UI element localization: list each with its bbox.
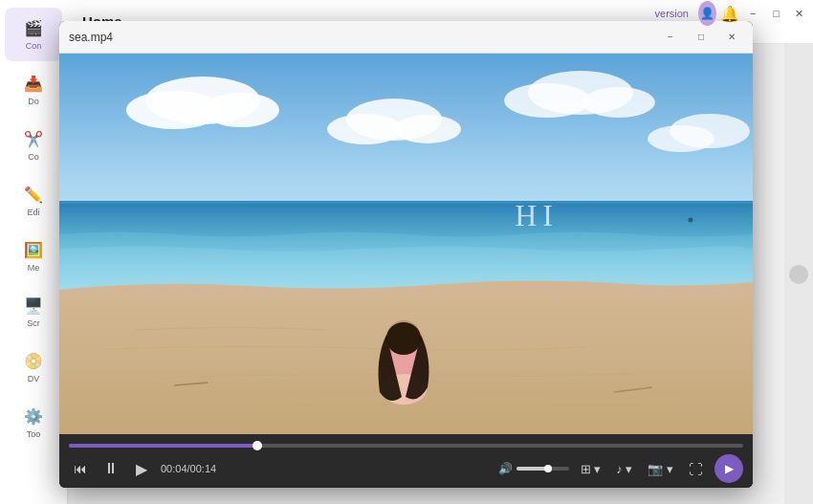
sidebar-item-compress[interactable]: ✂️ Co: [5, 119, 62, 172]
video-maximize-button[interactable]: □: [690, 26, 713, 49]
sidebar-item-toolbox[interactable]: ⚙️ Too: [5, 396, 62, 449]
sidebar-icon-edit: ✏️: [23, 185, 44, 206]
sidebar-icon-media: 🖼️: [23, 240, 44, 261]
app-window-controls: 👤 🔔 − □ ✕: [698, 0, 813, 27]
video-minimize-button[interactable]: −: [659, 26, 682, 49]
svg-point-9: [582, 87, 655, 118]
progress-fill: [69, 444, 257, 448]
sidebar-item-dvd[interactable]: 📀 DV: [5, 340, 62, 394]
sidebar-item-download[interactable]: 📥 Do: [5, 63, 62, 117]
sidebar-item-screen[interactable]: 🖥️ Scr: [5, 285, 62, 339]
video-titlebar: sea.mp4 − □ ✕: [59, 21, 753, 54]
app-maximize-button[interactable]: □: [766, 0, 785, 27]
volume-fill: [516, 467, 548, 471]
playback-controls-row: ⏮ ⏸ ▶ 00:04/00:14 🔊 ⊞ ▾ ♪ ▾ 📷 ▾: [69, 453, 743, 484]
action-button[interactable]: ▶: [714, 454, 743, 483]
sidebar-icon-compress: ✂️: [23, 129, 44, 150]
profile-avatar[interactable]: 👤: [698, 1, 716, 26]
sidebar-label-media: Me: [28, 264, 40, 274]
sidebar-icon-toolbox: ⚙️: [23, 406, 44, 427]
volume-icon: 🔊: [498, 462, 513, 475]
notification-icon[interactable]: 🔔: [720, 4, 739, 23]
progress-row: [69, 438, 743, 453]
video-title: sea.mp4: [69, 31, 651, 44]
svg-point-3: [203, 93, 279, 127]
volume-track[interactable]: [516, 467, 569, 471]
svg-point-21: [387, 328, 420, 355]
screenshot-button[interactable]: 📷 ▾: [644, 460, 677, 478]
aspect-ratio-button[interactable]: ⊞ ▾: [577, 460, 605, 478]
volume-area: 🔊: [498, 462, 569, 475]
sidebar-label-dvd: DV: [28, 375, 40, 384]
volume-thumb: [544, 465, 552, 472]
pause-button[interactable]: ⏸: [99, 457, 122, 480]
video-viewport: HI: [59, 54, 753, 434]
action-button-icon: ▶: [725, 462, 734, 475]
right-panel-icon: [789, 265, 808, 284]
sidebar-label-edit: Edi: [27, 208, 39, 218]
back-button[interactable]: ‹: [32, 14, 36, 30]
time-display: 00:04/00:14: [161, 463, 216, 474]
sidebar-label-toolbox: Too: [27, 430, 41, 440]
sidebar-item-edit[interactable]: ✏️ Edi: [5, 174, 62, 228]
sidebar: 🎬 Con 📥 Do ✂️ Co ✏️ Edi 🖼️ Me 🖥️ Scr 📀 D…: [0, 0, 67, 504]
video-close-button[interactable]: ✕: [720, 26, 743, 49]
audio-button[interactable]: ♪ ▾: [612, 460, 636, 478]
app-header-left: ‹: [0, 0, 67, 44]
svg-point-14: [689, 218, 693, 223]
sidebar-label-screen: Scr: [27, 319, 40, 329]
sidebar-icon-screen: 🖥️: [23, 296, 44, 317]
app-minimize-button[interactable]: −: [743, 0, 762, 27]
beach-scene-svg: [59, 54, 753, 434]
skip-back-button[interactable]: ⏮: [69, 457, 92, 480]
progress-thumb: [253, 441, 262, 450]
sidebar-icon-download: 📥: [23, 74, 44, 95]
right-panel: [784, 44, 813, 504]
play-button[interactable]: ▶: [130, 457, 153, 480]
sidebar-item-media[interactable]: 🖼️ Me: [5, 230, 62, 283]
svg-point-6: [394, 115, 461, 143]
upgrade-badge[interactable]: version: [655, 8, 689, 19]
svg-rect-13: [59, 201, 753, 204]
sidebar-label-compress: Co: [28, 153, 39, 163]
app-close-button[interactable]: ✕: [790, 0, 809, 27]
progress-track[interactable]: [69, 444, 743, 448]
sidebar-icon-dvd: 📀: [23, 351, 44, 372]
fullscreen-button[interactable]: ⛶: [685, 459, 707, 479]
controls-bar: ⏮ ⏸ ▶ 00:04/00:14 🔊 ⊞ ▾ ♪ ▾ 📷 ▾: [59, 434, 753, 488]
video-player-window: sea.mp4 − □ ✕: [59, 21, 753, 488]
sidebar-label-download: Do: [28, 98, 39, 107]
svg-point-11: [670, 114, 750, 148]
